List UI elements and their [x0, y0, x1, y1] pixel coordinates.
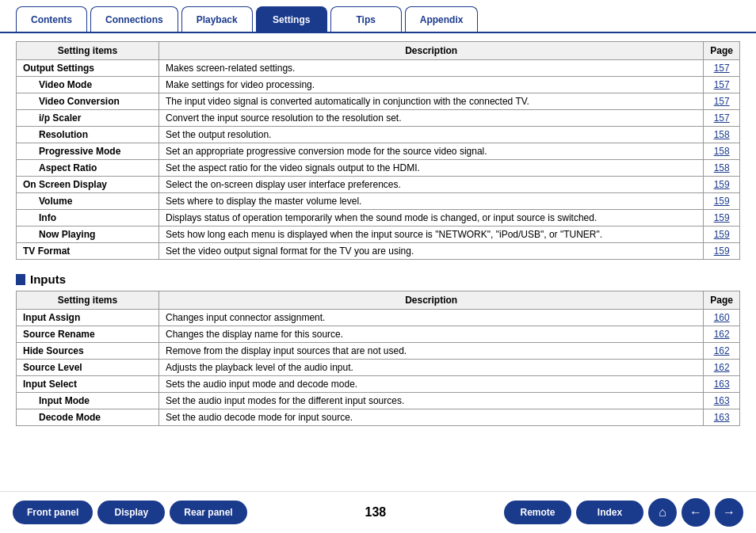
- display-button[interactable]: Display: [97, 501, 165, 524]
- index-button[interactable]: Index: [576, 501, 643, 524]
- table-row: Input Select: [17, 376, 159, 393]
- table-row: On Screen Display: [17, 177, 159, 193]
- table-row: Info: [17, 210, 159, 227]
- rear-panel-button[interactable]: Rear panel: [170, 501, 246, 524]
- tab-playback[interactable]: Playback: [181, 6, 253, 32]
- table-row: Output Settings: [17, 60, 159, 77]
- table-row: Input Mode: [17, 393, 159, 409]
- nav-tabs: Contents Connections Playback Settings T…: [0, 0, 756, 33]
- table-row: Now Playing: [17, 227, 159, 243]
- table-row: Video Mode: [17, 77, 159, 93]
- table-row: Input Assign: [17, 310, 159, 326]
- back-button[interactable]: ←: [682, 498, 710, 527]
- table-row: Source Level: [17, 360, 159, 376]
- table-row: i/p Scaler: [17, 110, 159, 127]
- output-settings-table: Setting items Description Page Output Se…: [16, 41, 740, 260]
- remote-button[interactable]: Remote: [504, 501, 571, 524]
- forward-button[interactable]: →: [715, 498, 743, 527]
- main-content: Setting items Description Page Output Se…: [0, 33, 756, 447]
- table-row: Source Rename: [17, 326, 159, 343]
- tab-tips[interactable]: Tips: [330, 6, 402, 32]
- col-header-page: Page: [704, 42, 740, 60]
- inputs-table: Setting items Description Page Input Ass…: [16, 291, 740, 426]
- tab-connections[interactable]: Connections: [90, 6, 178, 32]
- table-row: Volume: [17, 193, 159, 210]
- home-button[interactable]: ⌂: [648, 498, 677, 527]
- bottom-right-buttons: Remote Index ⌂ ← →: [504, 498, 743, 527]
- tab-contents[interactable]: Contents: [16, 6, 87, 32]
- inputs-col-header-page: Page: [704, 291, 740, 310]
- tab-settings[interactable]: Settings: [256, 6, 327, 32]
- table-row: Decode Mode: [17, 409, 159, 426]
- col-header-description: Description: [159, 42, 704, 60]
- page-number: 138: [365, 505, 387, 520]
- table-row: Resolution: [17, 127, 159, 143]
- front-panel-button[interactable]: Front panel: [13, 501, 93, 524]
- table-row: Hide Sources: [17, 343, 159, 360]
- inputs-col-header-setting: Setting items: [17, 291, 159, 310]
- inputs-col-header-description: Description: [159, 291, 704, 310]
- table-row: Video Conversion: [17, 93, 159, 110]
- table-row: Aspect Ratio: [17, 160, 159, 177]
- inputs-section-heading: Inputs: [16, 272, 740, 286]
- bottom-bar: Front panel Display Rear panel 138 Remot…: [0, 491, 756, 533]
- table-row: TV Format: [17, 243, 159, 260]
- tab-appendix[interactable]: Appendix: [405, 6, 479, 32]
- table-row: Progressive Mode: [17, 143, 159, 160]
- bottom-nav-buttons: Front panel Display Rear panel: [13, 501, 247, 524]
- col-header-setting: Setting items: [17, 42, 159, 60]
